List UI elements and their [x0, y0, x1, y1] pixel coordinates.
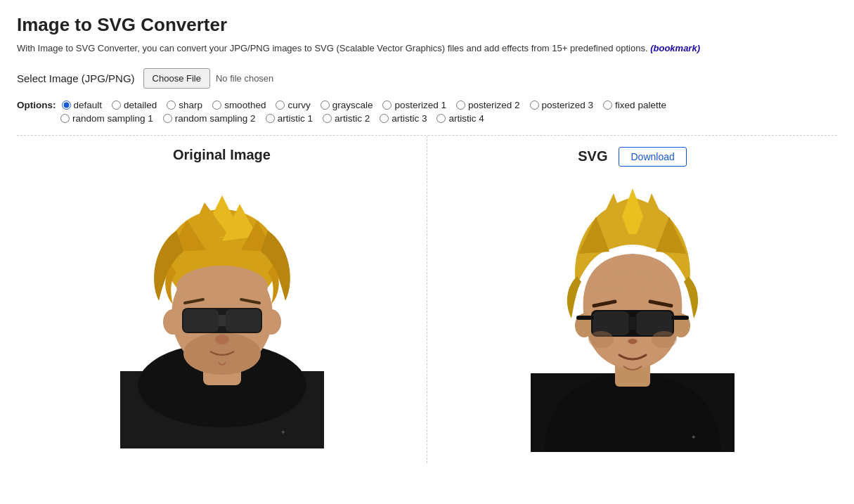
file-select-row: Select Image (JPG/PNG) Choose File No fi…: [17, 68, 837, 89]
option-curvy[interactable]: curvy: [276, 100, 310, 110]
svg-output-panel: SVG Download: [427, 136, 837, 463]
svg-panel-title: SVG: [578, 148, 607, 164]
original-panel-header: Original Image: [31, 147, 413, 163]
svg-panel-header: SVG Download: [441, 147, 823, 167]
svg-point-35: [588, 331, 614, 348]
option-random-sampling-1[interactable]: random sampling 1: [60, 113, 153, 124]
option-posterized3[interactable]: posterized 3: [530, 100, 594, 110]
svg-point-5: [261, 309, 281, 335]
options-label: Options:: [17, 100, 56, 110]
subtitle: With Image to SVG Converter, you can con…: [17, 41, 837, 56]
svg-point-18: [215, 335, 229, 344]
options-row-1: Options: default detailed sharp smoothed…: [17, 100, 837, 110]
option-smoothed[interactable]: smoothed: [212, 100, 266, 110]
svg-rect-33: [671, 316, 689, 320]
file-select-label: Select Image (JPG/PNG): [17, 72, 135, 84]
svg-rect-32: [628, 317, 637, 330]
no-file-text: No file chosen: [216, 73, 273, 84]
images-section: Original Image: [17, 136, 837, 463]
bookmark-link[interactable]: (bookmark): [650, 43, 700, 53]
option-random-sampling-2[interactable]: random sampling 2: [163, 113, 256, 124]
svg-text:✦: ✦: [280, 429, 286, 436]
choose-file-button[interactable]: Choose File: [143, 68, 210, 89]
svg-rect-16: [226, 309, 261, 332]
option-fixed-palette[interactable]: fixed palette: [603, 100, 666, 110]
svg-rect-15: [183, 309, 219, 332]
page-title: Image to SVG Converter: [17, 14, 837, 36]
svg-text:✦: ✦: [691, 434, 697, 441]
option-posterized1[interactable]: posterized 1: [382, 100, 446, 110]
svg-rect-34: [576, 316, 594, 320]
download-button[interactable]: Download: [619, 147, 686, 167]
option-grayscale[interactable]: grayscale: [321, 100, 373, 110]
svg-rect-17: [219, 315, 226, 326]
original-image-panel: Original Image: [17, 136, 427, 463]
option-posterized2[interactable]: posterized 2: [456, 100, 520, 110]
option-artistic-2[interactable]: artistic 2: [323, 113, 370, 124]
original-panel-title: Original Image: [173, 147, 271, 163]
option-default[interactable]: default: [62, 100, 103, 110]
original-image: ✦: [120, 174, 324, 448]
option-sharp[interactable]: sharp: [167, 100, 202, 110]
option-artistic-3[interactable]: artistic 3: [380, 113, 427, 124]
option-detailed[interactable]: detailed: [112, 100, 157, 110]
svg-point-4: [163, 309, 183, 335]
option-artistic-1[interactable]: artistic 1: [266, 113, 313, 124]
svg-point-36: [652, 331, 677, 348]
svg-output-image: ✦: [531, 178, 735, 452]
options-row-2: random sampling 1 random sampling 2 arti…: [60, 113, 837, 124]
option-artistic-4[interactable]: artistic 4: [436, 113, 484, 124]
